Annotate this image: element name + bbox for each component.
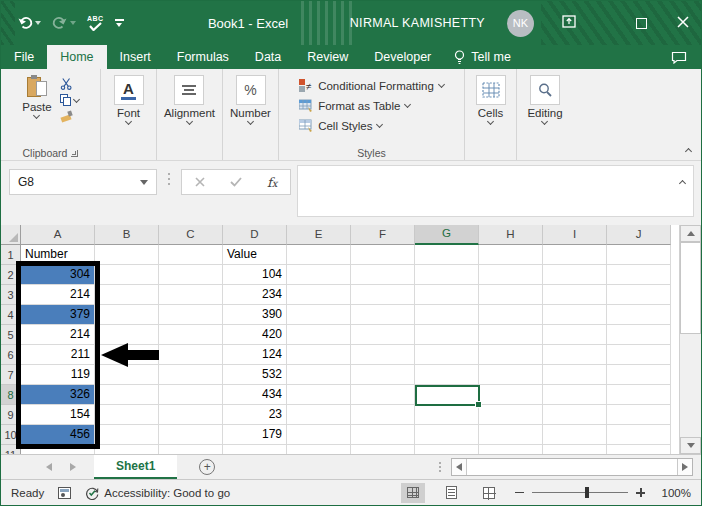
cell-i2[interactable] [543,265,607,285]
editing-dropdown-icon[interactable] [541,118,548,125]
tab-developer[interactable]: Developer [361,45,444,69]
font-dropdown-icon[interactable] [125,118,132,125]
column-header-h[interactable]: H [479,225,543,245]
cell-b8[interactable] [95,385,159,405]
cell-i1[interactable] [543,245,607,265]
cancel-entry-button[interactable] [195,175,205,190]
horizontal-scroll-thumb[interactable] [467,459,677,475]
cell-j3[interactable] [607,285,671,305]
cell-c2[interactable] [159,265,223,285]
cell-j9[interactable] [607,405,671,425]
cell-i3[interactable] [543,285,607,305]
cell-g2[interactable] [415,265,479,285]
cell-h8[interactable] [479,385,543,405]
cell-a3[interactable]: 214 [21,285,95,305]
row-header-3[interactable]: 3 [1,285,21,305]
name-box-dropdown-icon[interactable] [140,180,148,185]
redo-button[interactable] [52,16,76,30]
cell-j6[interactable] [607,345,671,365]
cell-d9[interactable]: 23 [223,405,287,425]
cell-g10[interactable] [415,425,479,445]
alignment-button[interactable]: Alignment [164,75,215,124]
cell-styles-button[interactable]: Cell Styles [299,116,444,135]
alignment-dropdown-icon[interactable] [186,118,193,125]
confirm-entry-button[interactable] [230,173,242,191]
normal-view-button[interactable] [401,483,425,503]
column-header-e[interactable]: E [287,225,351,245]
cell-e3[interactable] [287,285,351,305]
cell-d1[interactable]: Value [223,245,287,265]
cell-i11[interactable] [543,445,607,454]
cell-c4[interactable] [159,305,223,325]
vertical-scroll-track[interactable] [680,334,701,437]
cell-c11[interactable] [159,445,223,454]
cell-g4[interactable] [415,305,479,325]
cell-h1[interactable] [479,245,543,265]
cell-g5[interactable] [415,325,479,345]
cell-a9[interactable]: 154 [21,405,95,425]
cell-e10[interactable] [287,425,351,445]
font-button[interactable]: A Font [114,75,144,124]
cell-f7[interactable] [351,365,415,385]
cell-j4[interactable] [607,305,671,325]
cell-h5[interactable] [479,325,543,345]
cell-d8[interactable]: 434 [223,385,287,405]
cell-d3[interactable]: 234 [223,285,287,305]
cell-g6[interactable] [415,345,479,365]
row-header-7[interactable]: 7 [1,365,21,385]
cell-g9[interactable] [415,405,479,425]
cell-f11[interactable] [351,445,415,454]
cut-button[interactable] [60,78,79,90]
horizontal-scrollbar[interactable] [451,458,693,476]
ribbon-display-options-button[interactable] [562,14,576,32]
cell-b3[interactable] [95,285,159,305]
cells-button[interactable]: Cells [476,75,506,124]
cell-b4[interactable] [95,305,159,325]
cell-e6[interactable] [287,345,351,365]
tell-me-box[interactable]: Tell me [444,45,521,69]
cells-dropdown-icon[interactable] [487,118,494,125]
avatar[interactable]: NK [507,10,534,37]
cell-f10[interactable] [351,425,415,445]
cell-j8[interactable] [607,385,671,405]
tab-insert[interactable]: Insert [107,45,164,69]
cell-c1[interactable] [159,245,223,265]
close-button[interactable] [677,14,689,32]
cell-f3[interactable] [351,285,415,305]
cell-c6[interactable] [159,345,223,365]
column-header-c[interactable]: C [159,225,223,245]
cell-e8[interactable] [287,385,351,405]
maximize-button[interactable] [636,18,647,29]
paste-dropdown-icon[interactable] [33,112,40,119]
cell-a11[interactable] [21,445,95,454]
cell-e2[interactable] [287,265,351,285]
cell-a8[interactable]: 326 [21,385,95,405]
cell-a5[interactable]: 214 [21,325,95,345]
name-box[interactable]: G8 [9,169,157,195]
cell-e11[interactable] [287,445,351,454]
column-header-i[interactable]: I [543,225,607,245]
cell-e1[interactable] [287,245,351,265]
format-as-table-dropdown-icon[interactable] [404,101,411,108]
number-dropdown-icon[interactable] [247,118,254,125]
column-header-d[interactable]: D [223,225,287,245]
cell-c7[interactable] [159,365,223,385]
cell-c8[interactable] [159,385,223,405]
clipboard-dialog-launcher-icon[interactable] [71,150,78,157]
cell-b5[interactable] [95,325,159,345]
cell-a10[interactable]: 456 [21,425,95,445]
cell-b10[interactable] [95,425,159,445]
cell-e4[interactable] [287,305,351,325]
tab-formulas[interactable]: Formulas [164,45,242,69]
cell-f1[interactable] [351,245,415,265]
cell-h7[interactable] [479,365,543,385]
cell-j1[interactable] [607,245,671,265]
column-header-f[interactable]: F [351,225,415,245]
cell-f6[interactable] [351,345,415,365]
cell-j11[interactable] [607,445,671,454]
column-header-g[interactable]: G [415,225,479,245]
format-painter-button[interactable] [60,110,79,122]
page-layout-view-button[interactable] [439,483,463,503]
page-break-preview-button[interactable] [477,483,501,503]
cell-e9[interactable] [287,405,351,425]
